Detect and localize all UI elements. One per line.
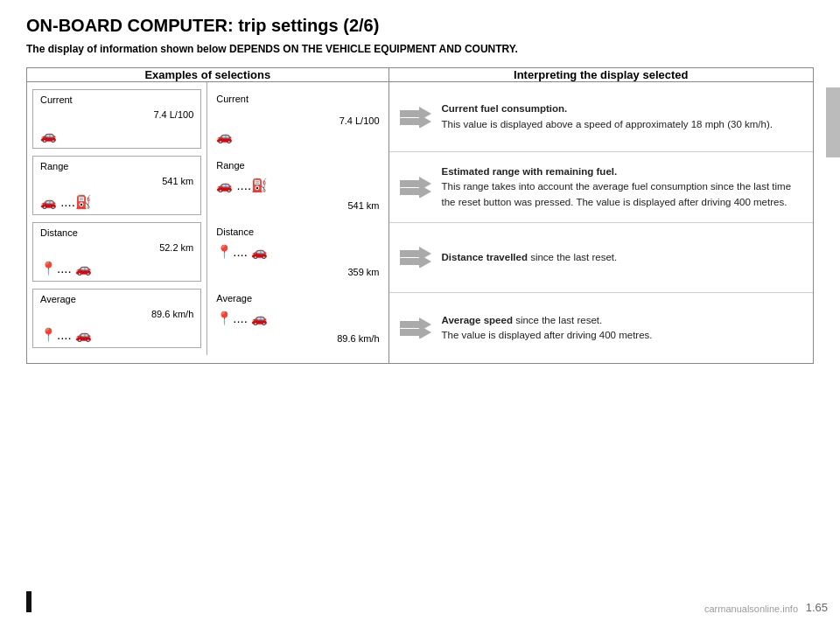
icon-pin-car-1: 📍.... 🚗: [40, 261, 193, 276]
icon-pin-car-r2: 📍.... 🚗: [216, 310, 379, 326]
bold-distance: Distance travelled: [442, 252, 528, 262]
display-box-range-left: Range 541 km 🚗 ....⛽: [32, 156, 201, 215]
footer-logo: carmanualsonline.info: [704, 604, 798, 614]
value-average-1: 89.6 km/h: [40, 309, 193, 319]
main-table: Examples of selections Interpreting the …: [26, 67, 814, 364]
value-average-r: 89.6 km/h: [216, 333, 379, 344]
label-average-1: Average: [40, 294, 193, 304]
value-current-1: 7.4 L/100: [40, 109, 193, 120]
bold-current: Current fuel consumption.: [442, 103, 568, 114]
page-marker: [26, 591, 32, 612]
display-box-current-right: Current 7.4 L/100 🚗: [213, 89, 382, 149]
interpret-row-range: Estimated range with remaining fuel. Thi…: [389, 152, 813, 223]
value-distance-r: 359 km: [216, 267, 379, 277]
bold-range: Estimated range with remaining fuel.: [442, 166, 618, 177]
icon-pin-car-2: 📍.... 🚗: [40, 327, 193, 343]
value-range-r: 541 km: [216, 200, 379, 211]
interpret-text-current: Current fuel consumption. This value is …: [442, 101, 773, 132]
icon-car-fuel-r: 🚗 ....⛽: [216, 178, 379, 193]
display-box-current-left: Current 7.4 L/100 🚗: [32, 89, 201, 149]
label-range-1: Range: [40, 161, 193, 171]
interpret-row-current: Current fuel consumption. This value is …: [389, 82, 813, 152]
col-examples-header: Examples of selections: [27, 68, 389, 82]
side-tab: [826, 87, 840, 157]
interpret-text-average: Average speed since the last reset. The …: [442, 313, 653, 344]
interpret-row-distance: Distance travelled since the last reset.: [389, 223, 813, 293]
display-box-range-right: Range 🚗 ....⛽ 541 km: [213, 156, 382, 215]
arrow-icon-3: [400, 247, 431, 268]
arrow-icon-1: [400, 107, 431, 128]
bold-average: Average speed: [442, 315, 513, 325]
icon-car-fuel-1: 🚗 ....⛽: [40, 194, 193, 210]
arrow-icon-4: [400, 317, 431, 338]
interpret-row-average: Average speed since the last reset. The …: [389, 293, 813, 363]
value-range-1: 541 km: [40, 176, 193, 186]
display-box-average-right: Average 📍.... 🚗 89.6 km/h: [213, 289, 382, 348]
label-current-1: Current: [40, 94, 193, 105]
page-number: 1.65: [806, 601, 828, 614]
label-average-r: Average: [216, 293, 379, 304]
page-title: ON-BOARD COMPUTER: trip settings (2/6): [26, 16, 814, 36]
label-current-r: Current: [216, 94, 379, 104]
col-interpret-header: Interpreting the display selected: [388, 68, 813, 82]
display-box-distance-left: Distance 52.2 km 📍.... 🚗: [32, 222, 201, 282]
value-current-r: 7.4 L/100: [216, 115, 379, 126]
arrow-icon-2: [400, 177, 431, 198]
page-subtitle: The display of information shown below D…: [26, 43, 814, 55]
interpret-text-distance: Distance travelled since the last reset.: [442, 250, 618, 265]
display-box-distance-right: Distance 📍.... 🚗 359 km: [213, 222, 382, 282]
label-distance-1: Distance: [40, 227, 193, 238]
label-range-r: Range: [216, 160, 379, 171]
label-distance-r: Distance: [216, 227, 379, 237]
table-row: Current 7.4 L/100 🚗 Range 541 km 🚗 ....⛽: [27, 82, 814, 364]
display-box-average-left: Average 89.6 km/h 📍.... 🚗: [32, 289, 201, 348]
icon-car-r1: 🚗: [216, 129, 379, 144]
value-distance-1: 52.2 km: [40, 242, 193, 253]
icon-pin-car-r1: 📍.... 🚗: [216, 244, 379, 260]
icon-car-1: 🚗: [40, 128, 193, 143]
interpret-text-range: Estimated range with remaining fuel. Thi…: [442, 164, 802, 210]
